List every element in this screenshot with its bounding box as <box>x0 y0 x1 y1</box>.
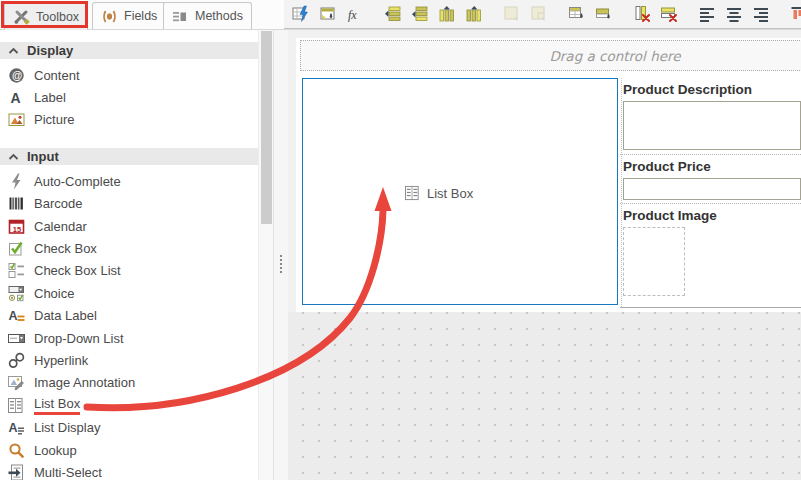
drop-down-list-icon <box>8 330 25 347</box>
item-label: Data Label <box>34 308 97 323</box>
table-properties-icon[interactable] <box>292 5 310 23</box>
label-icon: A <box>8 89 25 106</box>
field-label-product-description: Product Description <box>623 82 752 97</box>
toolbox-item-list-box[interactable]: List Box <box>0 394 258 416</box>
toolbox-item-check-box-list[interactable]: Check Box List <box>0 260 258 282</box>
item-label: Check Box List <box>34 263 121 278</box>
tab-fields[interactable]: Fields <box>92 2 166 29</box>
item-label: Hyperlink <box>34 353 88 368</box>
choice-icon <box>8 285 25 302</box>
check-box-icon <box>8 240 25 257</box>
splitter-handle-icon[interactable] <box>280 255 282 273</box>
cell-border <box>621 78 622 307</box>
tab-toolbox[interactable]: Toolbox <box>4 2 88 30</box>
drop-zone-hint: Drag a control here <box>549 48 680 64</box>
section-header-display[interactable]: Display <box>0 42 258 59</box>
toolbox-item-lookup[interactable]: Lookup <box>0 439 258 461</box>
item-label: Image Annotation <box>34 375 135 390</box>
designer-toolbar: fx <box>284 0 801 29</box>
product-price-input[interactable] <box>623 178 801 200</box>
tab-toolbox-label: Toolbox <box>36 10 79 24</box>
row-style-icon[interactable] <box>568 5 586 23</box>
product-image-placeholder[interactable] <box>623 227 685 296</box>
item-label: List Display <box>34 420 100 435</box>
merge-cells-icon <box>503 5 521 23</box>
sidebar-scrollbar[interactable] <box>258 30 273 480</box>
section-header-input[interactable]: Input <box>0 148 258 165</box>
sidebar-scrollbar-thumb[interactable] <box>261 31 272 224</box>
svg-text:A: A <box>11 90 21 106</box>
valign-top-icon[interactable] <box>790 5 801 23</box>
insert-column-right-icon[interactable] <box>465 5 483 23</box>
section-title: Display <box>27 43 73 58</box>
toolbox-item-calendar[interactable]: 15 Calendar <box>0 215 258 237</box>
data-label-icon: A <box>8 307 25 324</box>
toolbox-item-multi-select[interactable]: Multi-Select <box>0 461 258 480</box>
product-description-textarea[interactable] <box>623 101 801 150</box>
toolbox-item-check-box[interactable]: Check Box <box>0 237 258 259</box>
toolbox-item-hyperlink[interactable]: Hyperlink <box>0 349 258 371</box>
item-label: Label <box>34 90 66 105</box>
toolbox-item-choice[interactable]: Choice <box>0 282 258 304</box>
item-label: Auto-Complete <box>34 174 121 189</box>
lookup-icon <box>8 442 25 459</box>
tab-methods-label: Methods <box>195 9 243 23</box>
toolbox-item-picture[interactable]: Picture <box>0 109 258 131</box>
item-label: Check Box <box>34 241 97 256</box>
svg-text:15: 15 <box>13 224 21 233</box>
svg-text:A: A <box>9 421 18 435</box>
toolbox-item-image-annotation[interactable]: Image Annotation <box>0 372 258 394</box>
calendar-icon: 15 <box>8 218 25 235</box>
toolbox-icon <box>13 8 30 25</box>
drop-zone[interactable]: Drag a control here <box>300 40 801 71</box>
insert-row-below-icon[interactable] <box>411 5 429 23</box>
svg-text:A: A <box>9 309 18 323</box>
toolbox-item-label[interactable]: A Label <box>0 86 258 108</box>
item-label: Barcode <box>34 196 82 211</box>
item-label: Choice <box>34 286 74 301</box>
align-right-icon[interactable] <box>752 5 770 23</box>
content-icon: @ <box>8 67 25 84</box>
toolbox-item-list-display[interactable]: A List Display <box>0 416 258 438</box>
methods-icon <box>172 8 189 25</box>
auto-complete-icon <box>8 173 25 190</box>
toolbox-item-drop-down-list[interactable]: Drop-Down List <box>0 327 258 349</box>
tab-methods[interactable]: Methods <box>163 2 252 29</box>
item-label: Content <box>34 68 80 83</box>
split-cells-icon <box>530 5 548 23</box>
expression-icon[interactable]: fx <box>346 5 364 23</box>
chevron-up-icon <box>8 153 19 161</box>
drag-ghost-list-box: List Box <box>405 185 473 201</box>
design-canvas: Drag a control here List Box Product Des… <box>288 30 801 480</box>
insert-column-left-icon[interactable] <box>438 5 456 23</box>
canvas-dotted-background <box>288 312 801 480</box>
cell-separator <box>620 203 801 204</box>
delete-row-icon[interactable] <box>660 5 678 23</box>
toolbox-item-auto-complete[interactable]: Auto-Complete <box>0 170 258 192</box>
toolbox-item-content[interactable]: @ Content <box>0 64 258 86</box>
check-box-list-icon <box>8 262 25 279</box>
cell-separator <box>620 154 801 155</box>
item-label: Lookup <box>34 443 77 458</box>
cell-style-icon[interactable] <box>595 5 613 23</box>
toolbox-item-barcode[interactable]: Barcode <box>0 193 258 215</box>
item-label-list-box: List Box <box>34 396 80 415</box>
item-label: Picture <box>34 112 74 127</box>
barcode-icon <box>8 195 25 212</box>
align-left-icon[interactable] <box>698 5 716 23</box>
hyperlink-icon <box>8 352 25 369</box>
tab-fields-label: Fields <box>124 9 157 23</box>
fields-icon <box>101 8 118 25</box>
align-center-icon[interactable] <box>725 5 743 23</box>
svg-text:fx: fx <box>348 8 357 22</box>
delete-column-icon[interactable] <box>633 5 651 23</box>
view-settings-icon[interactable] <box>319 5 337 23</box>
insert-row-above-icon[interactable] <box>384 5 402 23</box>
field-label-product-image: Product Image <box>623 208 717 223</box>
chevron-up-icon <box>8 47 19 55</box>
item-label: Drop-Down List <box>34 331 124 346</box>
section-title: Input <box>27 149 59 164</box>
panel-splitter[interactable] <box>273 30 288 480</box>
toolbox-item-data-label[interactable]: A Data Label <box>0 305 258 327</box>
item-label: Calendar <box>34 219 87 234</box>
